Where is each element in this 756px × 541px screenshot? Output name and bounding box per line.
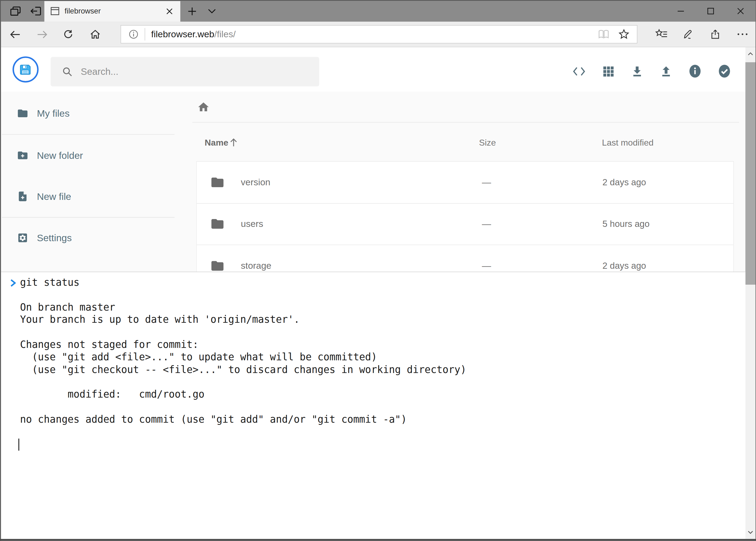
search-input[interactable]	[80, 65, 294, 78]
file-size: —	[482, 204, 491, 245]
minimize-button[interactable]	[665, 1, 695, 22]
terminal-line: (use "git checkout -- <file>..." to disc…	[20, 363, 466, 376]
column-header-name[interactable]: Name	[205, 138, 228, 148]
tab-close-icon[interactable]	[166, 8, 173, 15]
share-button[interactable]	[707, 26, 724, 43]
grid-view-button[interactable]	[600, 63, 617, 79]
plus-icon	[188, 7, 196, 15]
url-host: filebrowser.web	[151, 29, 214, 39]
browser-home-icon	[90, 29, 101, 40]
hub-star-list-icon	[655, 28, 667, 40]
tab-title: filebrowser	[65, 7, 166, 15]
url-path: /files/	[214, 29, 236, 39]
url-box[interactable]: filebrowser.web/files/	[121, 25, 637, 44]
refresh-button[interactable]	[60, 26, 77, 43]
gear-icon	[17, 232, 28, 244]
scroll-up-button[interactable]	[745, 47, 755, 60]
file-size: —	[482, 162, 491, 203]
page-favicon-icon	[51, 7, 59, 15]
download-button[interactable]	[629, 63, 645, 79]
breadcrumb-divider	[192, 122, 739, 122]
window-border-left	[0, 0, 1, 541]
breadcrumb[interactable]	[197, 101, 209, 113]
back-icon	[10, 29, 21, 40]
column-header-modified[interactable]: Last modified	[602, 138, 653, 148]
terminal-panel[interactable]: git statusOn branch masterYour branch is…	[1, 271, 745, 539]
forward-icon	[37, 29, 48, 40]
sidebar-item-new-file[interactable]: New file	[1, 183, 184, 210]
upload-button[interactable]	[658, 63, 674, 79]
home-icon	[197, 101, 209, 113]
sidebar-item-label: Settings	[37, 232, 72, 244]
terminal-line: Changes not staged for commit:	[20, 339, 466, 351]
sidebar-item-settings[interactable]: Settings	[1, 225, 184, 252]
back-button[interactable]	[6, 26, 24, 43]
window-border-top	[0, 0, 756, 1]
close-button[interactable]	[725, 1, 755, 22]
file-row-users[interactable]: users — 5 hours ago	[196, 204, 733, 245]
sidebar-item-label: New folder	[37, 150, 83, 161]
raw-editor-button[interactable]	[571, 63, 587, 79]
terminal-line: Your branch is up to date with 'origin/m…	[20, 314, 466, 326]
terminal-cursor	[18, 438, 19, 450]
info-button[interactable]	[687, 63, 703, 79]
file-plus-icon	[17, 191, 28, 202]
upload-icon	[660, 65, 672, 78]
set-tabs-aside-button[interactable]	[26, 1, 45, 22]
home-button[interactable]	[87, 26, 104, 43]
folder-plus-icon	[17, 150, 28, 161]
tab-preview-icon	[9, 5, 21, 17]
folder-icon	[210, 217, 225, 231]
tab-preview-button[interactable]	[6, 1, 25, 22]
file-name: version	[241, 162, 270, 203]
favorites-hub-button[interactable]	[652, 26, 670, 43]
terminal-line: On branch master	[20, 301, 466, 314]
tab-list-dropdown-button[interactable]	[203, 1, 220, 22]
terminal-line: (use "git add <file>..." to update what …	[20, 351, 466, 363]
more-actions-button[interactable]	[734, 26, 751, 43]
sort-ascending-icon[interactable]	[229, 137, 238, 147]
file-row-version[interactable]: version — 2 days ago	[196, 162, 733, 204]
terminal-line	[20, 326, 466, 339]
sidebar-divider	[2, 134, 174, 135]
page-scrollbar[interactable]	[745, 47, 755, 539]
chevron-down-icon	[748, 531, 753, 535]
maximize-button[interactable]	[695, 1, 725, 22]
scrollbar-thumb[interactable]	[745, 62, 755, 285]
terminal-line	[20, 289, 466, 301]
prompt-chevron-icon	[10, 279, 16, 287]
file-list: version — 2 days ago users — 5 hours ago	[196, 161, 734, 287]
scroll-down-button[interactable]	[745, 526, 755, 539]
search-icon	[62, 66, 73, 77]
new-tab-button[interactable]	[183, 1, 201, 22]
address-bar-row: filebrowser.web/files/	[1, 22, 755, 47]
terminal-line	[20, 376, 466, 388]
sidebar-item-my-files[interactable]: My files	[1, 100, 184, 127]
folder-icon	[210, 175, 225, 190]
terminal-line: modified: cmd/root.go	[20, 388, 466, 401]
web-note-button[interactable]	[680, 26, 697, 43]
tab-bar: filebrowser	[1, 1, 755, 22]
url-text[interactable]: filebrowser.web/files/	[151, 29, 236, 39]
reading-view-book-icon	[598, 29, 609, 39]
terminal-line	[20, 401, 466, 413]
sidebar-item-label: New file	[37, 191, 71, 202]
file-modified: 2 days ago	[603, 162, 646, 203]
share-icon	[710, 28, 721, 40]
reading-view-button[interactable]	[593, 26, 614, 43]
window-border-bottom	[0, 539, 756, 541]
sidebar-item-new-folder[interactable]: New folder	[1, 142, 184, 169]
add-favorite-button[interactable]	[614, 26, 634, 43]
code-icon	[572, 65, 586, 77]
column-header-size[interactable]: Size	[479, 138, 496, 148]
star-icon	[618, 28, 630, 40]
terminal-command: git status	[20, 276, 466, 289]
browser-tab[interactable]: filebrowser	[44, 1, 180, 22]
url-separator	[144, 28, 145, 41]
forward-button[interactable]	[34, 26, 51, 43]
select-multiple-button[interactable]	[716, 63, 733, 79]
site-info-icon[interactable]	[128, 29, 138, 39]
search-bar[interactable]	[51, 57, 319, 86]
ellipsis-icon	[737, 33, 748, 36]
page-viewport: My files New folder New file	[1, 47, 755, 539]
